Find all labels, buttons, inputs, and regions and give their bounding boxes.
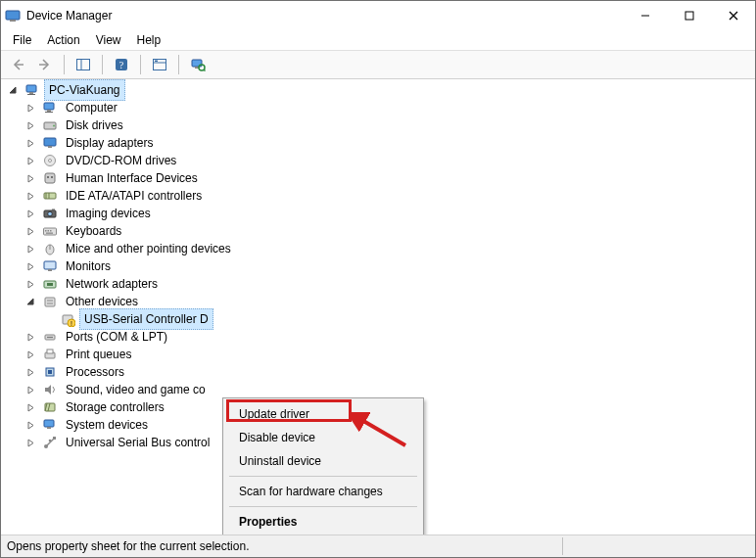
expander-icon[interactable]: [23, 417, 38, 433]
expander-icon[interactable]: [23, 399, 38, 415]
device-manager-window: Device Manager File Action View Help ?: [0, 0, 756, 558]
cpu-icon: [42, 364, 58, 380]
svg-point-26: [53, 125, 55, 127]
category-sound[interactable]: Sound, video and game co: [5, 381, 755, 398]
svg-rect-41: [45, 230, 47, 232]
svg-rect-1: [10, 20, 16, 22]
category-label[interactable]: Keyboards: [62, 221, 125, 241]
expander-icon[interactable]: [23, 276, 38, 292]
expander-icon[interactable]: [23, 223, 38, 239]
ctx-uninstall-device[interactable]: Uninstall device: [225, 449, 421, 473]
ports-icon: [42, 329, 58, 345]
category-displayadapters[interactable]: Display adapters: [5, 134, 755, 152]
expander-icon[interactable]: [23, 117, 38, 133]
ctx-properties[interactable]: Properties: [225, 510, 421, 534]
category-keyboards[interactable]: Keyboards: [5, 222, 755, 240]
category-label[interactable]: IDE ATA/ATAPI controllers: [62, 186, 206, 206]
device-item[interactable]: ! USB-Serial Controller D: [5, 310, 755, 328]
expander-icon[interactable]: [23, 241, 38, 256]
category-hid[interactable]: Human Interface Devices: [5, 169, 755, 187]
expander-icon[interactable]: [5, 82, 21, 98]
category-processors[interactable]: Processors: [5, 363, 755, 381]
category-dvd[interactable]: DVD/CD-ROM drives: [5, 152, 755, 169]
category-imaging[interactable]: Imaging devices: [5, 205, 755, 222]
category-label[interactable]: Universal Serial Bus control: [62, 433, 213, 452]
statusbar: Opens property sheet for the current sel…: [1, 535, 755, 557]
tree-root[interactable]: PC-ViaKuang: [5, 81, 755, 99]
expander-icon[interactable]: [23, 258, 38, 274]
svg-rect-22: [44, 103, 54, 110]
category-label[interactable]: Sound, video and game co: [62, 380, 210, 399]
toolbar: ?: [1, 51, 755, 79]
expander-icon[interactable]: [23, 135, 38, 151]
category-label[interactable]: Processors: [62, 362, 128, 382]
properties-button[interactable]: [147, 52, 172, 77]
ctx-update-driver[interactable]: Update driver: [225, 402, 421, 426]
expander-icon[interactable]: [23, 364, 38, 380]
unknown-icon: !: [60, 311, 75, 327]
category-label[interactable]: Imaging devices: [62, 204, 155, 223]
svg-rect-24: [45, 112, 53, 113]
category-label[interactable]: Computer: [62, 98, 121, 117]
expander-icon[interactable]: [23, 382, 38, 397]
maximize-button[interactable]: [667, 1, 711, 30]
device-tree[interactable]: PC-ViaKuang Computer Disk drives Display…: [1, 79, 755, 535]
monitor-icon: [42, 258, 58, 274]
svg-rect-44: [46, 233, 53, 234]
svg-rect-39: [52, 209, 55, 211]
menu-help[interactable]: Help: [129, 31, 169, 49]
ide-icon: [42, 188, 58, 204]
imaging-icon: [42, 206, 58, 221]
category-diskdrives[interactable]: Disk drives: [5, 116, 755, 134]
ctx-disable-device[interactable]: Disable device: [225, 426, 421, 449]
help-button[interactable]: ?: [109, 52, 134, 77]
ctx-scan-hardware[interactable]: Scan for hardware changes: [225, 480, 421, 503]
menu-action[interactable]: Action: [39, 31, 87, 49]
category-printq[interactable]: Print queues: [5, 346, 755, 363]
category-label[interactable]: Mice and other pointing devices: [62, 239, 235, 258]
expander-icon[interactable]: [23, 170, 38, 186]
expander-icon[interactable]: [23, 329, 38, 345]
scan-hardware-button[interactable]: [185, 52, 211, 77]
category-label[interactable]: Human Interface Devices: [62, 168, 202, 188]
category-label[interactable]: Network adapters: [62, 274, 162, 294]
svg-rect-67: [47, 427, 51, 429]
svg-point-70: [49, 440, 52, 442]
category-label[interactable]: DVD/CD-ROM drives: [62, 151, 180, 170]
category-label[interactable]: Ports (COM & LPT): [62, 327, 171, 347]
svg-text:!: !: [71, 320, 72, 327]
expander-icon[interactable]: [23, 347, 38, 362]
category-mice[interactable]: Mice and other pointing devices: [5, 240, 755, 257]
svg-rect-42: [48, 230, 50, 232]
expander-icon[interactable]: [23, 294, 38, 309]
close-button[interactable]: [711, 1, 755, 30]
category-label[interactable]: Display adapters: [62, 133, 157, 153]
category-ide[interactable]: IDE ATA/ATAPI controllers: [5, 187, 755, 205]
category-computer[interactable]: Computer: [5, 99, 755, 116]
svg-line-18: [204, 70, 206, 71]
svg-rect-21: [27, 94, 35, 95]
category-label[interactable]: Storage controllers: [62, 397, 168, 417]
window-controls: [623, 1, 755, 30]
category-ports[interactable]: Ports (COM & LPT): [5, 328, 755, 346]
expander-icon[interactable]: [23, 188, 38, 204]
category-label[interactable]: Print queues: [62, 345, 135, 364]
minimize-button[interactable]: [623, 1, 667, 30]
back-button[interactable]: [5, 52, 30, 77]
category-label[interactable]: Monitors: [62, 256, 115, 276]
menu-view[interactable]: View: [88, 31, 129, 49]
expander-icon[interactable]: [23, 206, 38, 221]
expander-icon[interactable]: [23, 100, 38, 116]
category-network[interactable]: Network adapters: [5, 275, 755, 293]
category-label[interactable]: Disk drives: [62, 116, 127, 135]
show-hide-tree-button[interactable]: [71, 52, 96, 77]
svg-rect-19: [26, 85, 36, 92]
dvd-icon: [42, 153, 58, 168]
expander-icon[interactable]: [23, 435, 38, 450]
app-icon: [5, 8, 21, 23]
category-monitors[interactable]: Monitors: [5, 257, 755, 275]
category-label[interactable]: System devices: [62, 415, 152, 435]
expander-icon[interactable]: [23, 153, 38, 168]
forward-button[interactable]: [32, 52, 58, 77]
menu-file[interactable]: File: [5, 31, 39, 49]
